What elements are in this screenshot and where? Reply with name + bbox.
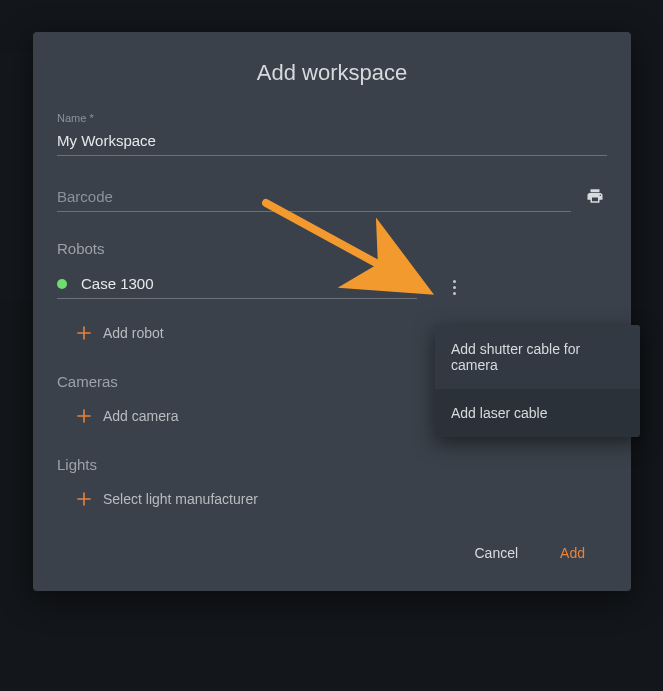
dialog-actions: Cancel Add [57, 539, 607, 567]
menu-item-laser-cable[interactable]: Add laser cable [435, 389, 640, 437]
barcode-input[interactable] [57, 184, 571, 212]
kebab-dot-icon [453, 292, 456, 295]
lights-section-label: Lights [57, 456, 607, 473]
barcode-field-group [57, 184, 607, 212]
printer-icon [585, 187, 605, 205]
robot-select-value: Case 1300 [81, 275, 407, 292]
cancel-button[interactable]: Cancel [470, 539, 522, 567]
add-camera-button[interactable]: Add camera [77, 408, 178, 424]
side-strip [0, 52, 32, 300]
robot-select[interactable]: Case 1300 ▼ [57, 275, 417, 299]
robots-section-label: Robots [57, 240, 607, 257]
add-workspace-dialog: Add workspace Name * Robots Case 1300 ▼ … [33, 32, 631, 591]
name-input[interactable] [57, 128, 607, 156]
robot-more-button[interactable] [445, 276, 464, 299]
add-button[interactable]: Add [556, 539, 589, 567]
select-light-manufacturer-button[interactable]: Select light manufacturer [77, 491, 258, 507]
add-robot-label: Add robot [103, 325, 164, 341]
status-dot-icon [57, 279, 67, 289]
name-field-group: Name * [57, 112, 607, 156]
chevron-down-icon: ▼ [407, 278, 417, 289]
name-label: Name * [57, 112, 607, 124]
dialog-title: Add workspace [57, 60, 607, 86]
kebab-dot-icon [453, 286, 456, 289]
robot-row: Case 1300 ▼ [57, 275, 607, 299]
robot-context-menu: Add shutter cable for camera Add laser c… [435, 325, 640, 437]
print-barcode-button[interactable] [583, 185, 607, 210]
add-camera-label: Add camera [103, 408, 178, 424]
add-robot-button[interactable]: Add robot [77, 325, 164, 341]
plus-icon [77, 409, 91, 423]
plus-icon [77, 326, 91, 340]
menu-item-shutter-cable[interactable]: Add shutter cable for camera [435, 325, 640, 389]
plus-icon [77, 492, 91, 506]
select-light-label: Select light manufacturer [103, 491, 258, 507]
kebab-dot-icon [453, 280, 456, 283]
